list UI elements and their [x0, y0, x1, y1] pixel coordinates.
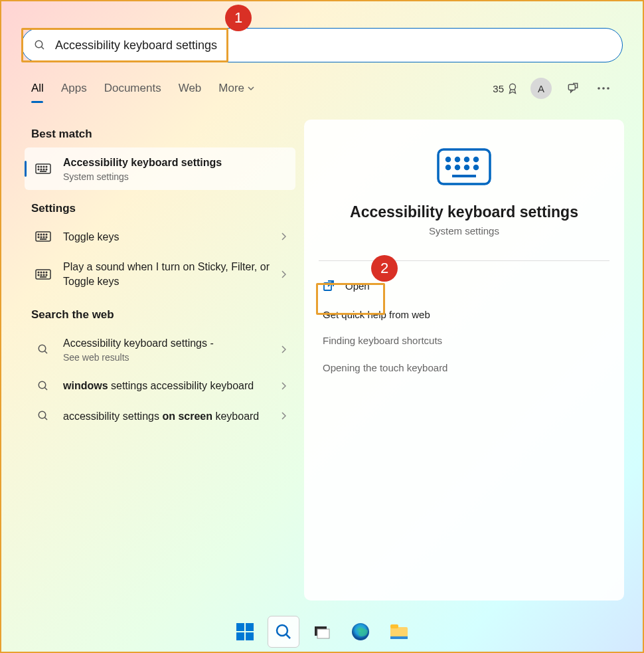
svg-rect-56 [246, 623, 254, 631]
chevron-right-icon [281, 382, 286, 390]
svg-point-37 [39, 345, 46, 352]
filter-tabs: All Apps Documents Web More 35 A [31, 78, 613, 99]
svg-rect-57 [236, 632, 244, 640]
search-icon [34, 343, 52, 355]
settings-result-toggle-keys[interactable]: Toggle keys [25, 222, 295, 252]
svg-point-5 [602, 87, 605, 90]
web-result-2[interactable]: accessibility settings on screen keyboar… [25, 401, 295, 432]
section-best-match: Best match [31, 128, 289, 141]
chevron-right-icon [281, 412, 286, 420]
web-result-0[interactable]: Accessibility keyboard settings - See we… [25, 328, 295, 371]
svg-rect-66 [390, 636, 408, 639]
svg-point-44 [447, 158, 450, 161]
svg-point-6 [607, 87, 609, 90]
svg-point-14 [43, 169, 44, 170]
section-settings: Settings [31, 202, 289, 215]
rewards-points[interactable]: 35 [493, 82, 519, 94]
svg-point-10 [43, 166, 44, 167]
svg-point-50 [465, 166, 469, 169]
tab-apps[interactable]: Apps [61, 78, 87, 99]
detail-subtitle: System settings [319, 225, 609, 236]
svg-point-32 [38, 274, 39, 276]
svg-point-33 [40, 274, 42, 276]
edge-browser-button[interactable] [345, 616, 376, 648]
results-panel: Best match Accessibility keyboard settin… [25, 120, 295, 585]
keyboard-icon [34, 231, 52, 242]
help-header: Get quick help from web [323, 309, 605, 320]
search-icon [34, 410, 52, 422]
search-icon [34, 380, 52, 392]
detail-panel: Accessibility keyboard settings System s… [304, 120, 624, 601]
search-bar[interactable] [21, 28, 623, 62]
open-external-icon [323, 280, 335, 292]
svg-point-25 [46, 237, 47, 238]
svg-line-60 [286, 634, 290, 638]
tab-all[interactable]: All [31, 78, 44, 99]
svg-rect-58 [246, 632, 254, 640]
svg-point-59 [277, 625, 287, 636]
svg-point-2 [510, 84, 516, 90]
svg-point-29 [40, 272, 42, 273]
open-action[interactable]: Open [319, 272, 609, 300]
user-avatar[interactable]: A [530, 78, 552, 99]
svg-point-41 [39, 412, 46, 419]
svg-point-9 [40, 166, 42, 167]
web-result-1[interactable]: windows settings accessibility keyboard [25, 371, 295, 401]
help-link-touch-keyboard[interactable]: Opening the touch keyboard [319, 354, 609, 381]
best-match-result[interactable]: Accessibility keyboard settings System s… [25, 147, 295, 190]
keyboard-icon [34, 163, 52, 174]
feedback-icon[interactable] [564, 79, 582, 98]
chevron-right-icon [281, 270, 286, 278]
svg-point-20 [43, 234, 44, 236]
svg-point-18 [38, 234, 39, 236]
svg-line-38 [44, 351, 47, 353]
svg-rect-62 [317, 629, 329, 638]
file-explorer-button[interactable] [383, 616, 415, 648]
search-taskbar-button[interactable] [268, 616, 299, 648]
svg-point-24 [43, 237, 44, 238]
svg-point-47 [475, 158, 478, 161]
settings-result-play-sound[interactable]: Play a sound when I turn on Sticky, Filt… [25, 252, 295, 296]
search-input[interactable] [55, 39, 610, 52]
svg-point-48 [447, 166, 450, 169]
svg-point-28 [38, 272, 39, 273]
task-view-button[interactable] [306, 616, 338, 648]
svg-point-51 [475, 166, 478, 169]
svg-point-49 [456, 166, 459, 169]
svg-point-4 [598, 87, 600, 90]
keyboard-icon [34, 269, 52, 280]
svg-line-1 [41, 47, 44, 49]
svg-point-39 [39, 381, 46, 389]
start-button[interactable] [229, 616, 261, 648]
section-search-web: Search the web [31, 308, 289, 322]
svg-point-35 [46, 274, 47, 276]
svg-line-42 [44, 418, 47, 420]
svg-point-8 [38, 166, 39, 167]
svg-point-22 [38, 237, 39, 238]
divider [319, 260, 609, 261]
annotation-callout-1: 1 [225, 5, 252, 31]
svg-point-11 [46, 166, 47, 167]
chevron-right-icon [281, 345, 286, 353]
tab-web[interactable]: Web [179, 78, 202, 99]
help-link-shortcuts[interactable]: Finding keyboard shortcuts [319, 327, 609, 354]
svg-point-46 [465, 158, 469, 161]
more-options-icon[interactable] [594, 79, 613, 98]
svg-point-15 [46, 169, 47, 170]
tab-documents[interactable]: Documents [104, 78, 161, 99]
svg-line-40 [44, 387, 47, 390]
svg-point-30 [43, 272, 44, 273]
medal-icon [507, 82, 519, 94]
svg-rect-55 [236, 623, 244, 631]
svg-point-21 [46, 234, 47, 236]
svg-line-54 [328, 281, 333, 286]
svg-rect-3 [568, 84, 575, 90]
svg-point-13 [40, 169, 42, 170]
svg-rect-65 [390, 624, 398, 628]
svg-point-34 [43, 274, 44, 276]
svg-point-12 [38, 169, 39, 170]
svg-point-31 [46, 272, 47, 273]
annotation-callout-2: 2 [371, 255, 398, 282]
chevron-right-icon [281, 233, 286, 240]
tab-more[interactable]: More [218, 78, 254, 99]
